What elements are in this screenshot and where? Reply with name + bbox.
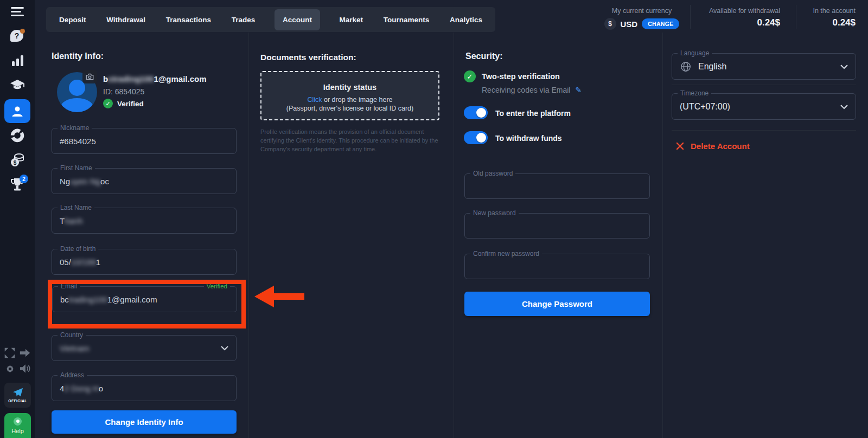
toggle-withdraw-funds[interactable] xyxy=(464,131,488,144)
check-icon: ✓ xyxy=(103,99,113,108)
documents-section-title: Documents verification: xyxy=(260,53,356,62)
official-telegram-link[interactable]: OFFICIAL xyxy=(4,383,31,408)
verification-note: Profile verification means the provision… xyxy=(260,128,441,154)
dropzone-instructions: Click or drop the image here xyxy=(261,96,438,104)
security-section-title: Security: xyxy=(465,51,502,61)
identity-section-title: Identity Info: xyxy=(52,51,104,61)
withdrawal-balance-block: Available for withdrawal 0.24$ xyxy=(703,7,780,28)
two-step-check-icon: ✓ xyxy=(464,70,476,82)
tournament-trophy-icon[interactable]: 2 xyxy=(0,178,35,191)
tab-market[interactable]: Market xyxy=(339,9,365,30)
header-divider-2 xyxy=(796,5,796,29)
svg-text:$: $ xyxy=(14,160,17,166)
last-name-field[interactable]: Last Name Thanh xyxy=(52,208,237,234)
camera-icon[interactable] xyxy=(82,70,97,83)
dropzone-accepted-docs: (Passport, driver's license or local ID … xyxy=(261,105,438,112)
education-cap-icon[interactable] xyxy=(0,79,35,92)
email-verified-badge: Verified xyxy=(204,283,230,289)
sidebar-item-profile[interactable] xyxy=(4,99,30,123)
timezone-select[interactable]: Timezone (UTC+07:00) xyxy=(672,93,856,120)
hamburger-menu-icon[interactable] xyxy=(0,7,35,16)
sidebar: ? $ 2 xyxy=(0,0,35,438)
support-chat-icon[interactable]: ? xyxy=(0,30,35,43)
language-select[interactable]: Language English xyxy=(672,53,856,80)
tab-deposit[interactable]: Deposit xyxy=(58,9,87,30)
confirm-new-password-input[interactable]: Confirm new password xyxy=(464,254,650,279)
toggle-withdraw-funds-label: To withdraw funds xyxy=(495,134,562,143)
cashback-donut-icon[interactable] xyxy=(0,128,35,143)
country-select[interactable]: Country Vietnam xyxy=(52,335,237,361)
help-label: Help xyxy=(11,428,24,434)
chevron-down-icon xyxy=(840,65,848,69)
date-of-birth-field[interactable]: Date of birth 05/10/1991 xyxy=(52,249,237,275)
help-button[interactable]: Help xyxy=(4,413,31,438)
old-password-input[interactable]: Old password xyxy=(464,173,650,199)
account-balance-value: 0.24$ xyxy=(802,17,856,28)
tab-account[interactable]: Account xyxy=(275,9,320,30)
account-settings-page: ? $ 2 xyxy=(0,0,868,438)
user-email-header: bctrading1001@gmail.com xyxy=(103,74,207,83)
change-password-button[interactable]: Change Password xyxy=(464,292,650,316)
change-identity-info-button[interactable]: Change Identity Info xyxy=(52,410,237,434)
x-close-icon xyxy=(676,142,684,150)
chevron-down-icon xyxy=(840,105,848,110)
two-step-label: Two-step verification xyxy=(482,72,560,81)
row-divider-2 xyxy=(672,130,856,131)
tab-transactions[interactable]: Transactions xyxy=(165,9,212,30)
coins-icon[interactable]: $ xyxy=(0,152,35,168)
bar-chart-icon[interactable] xyxy=(0,55,35,66)
notification-dot xyxy=(20,29,25,34)
toggle-enter-platform-label: To enter the platform xyxy=(495,109,571,118)
globe-icon xyxy=(680,61,692,73)
tab-analytics[interactable]: Analytics xyxy=(449,9,483,30)
account-balance-label: In the account xyxy=(802,7,856,15)
email-field[interactable]: Email Verified bctrading1001@gmail.com xyxy=(52,286,237,312)
first-name-field[interactable]: First Name Nguyen Ngoc xyxy=(52,168,237,194)
verified-status: ✓ Verified xyxy=(103,99,144,108)
click-upload-link[interactable]: Click xyxy=(307,96,322,104)
column-divider-2 xyxy=(454,33,454,438)
highlight-red-arrow xyxy=(253,282,304,313)
new-password-input[interactable]: New password xyxy=(464,213,650,239)
address-field[interactable]: Address 42 Dong Ho xyxy=(52,375,237,401)
receiving-codes-label: Receiving codes via Email xyxy=(482,86,570,94)
currency-block: My current currency $ USD CHANGE xyxy=(601,7,682,30)
arrow-right-icon[interactable] xyxy=(8,347,42,359)
sound-speaker-icon[interactable] xyxy=(8,363,42,374)
withdrawal-label: Available for withdrawal xyxy=(703,7,780,15)
dropzone-title: Identity status xyxy=(261,83,438,92)
change-currency-button[interactable]: CHANGE xyxy=(642,18,679,29)
user-id: ID: 6854025 xyxy=(103,87,144,96)
edit-pencil-icon[interactable]: ✎ xyxy=(575,86,582,94)
account-balance-block: In the account 0.24$ xyxy=(802,7,856,28)
currency-label: My current currency xyxy=(601,7,682,15)
toggle-enter-platform[interactable] xyxy=(464,106,488,119)
withdrawal-value: 0.24$ xyxy=(703,17,780,28)
dollar-icon: $ xyxy=(604,18,616,30)
top-tab-bar: Deposit Withdrawal Transactions Trades A… xyxy=(46,7,495,32)
delete-account-button[interactable]: Delete Account xyxy=(676,141,750,151)
profile-person-icon xyxy=(10,105,24,118)
official-label: OFFICIAL xyxy=(8,399,27,403)
identity-document-dropzone[interactable]: Identity status Click or drop the image … xyxy=(260,71,439,120)
column-divider-3 xyxy=(662,33,663,438)
currency-code: USD xyxy=(621,20,638,29)
telegram-plane-icon xyxy=(12,388,23,397)
tab-withdrawal[interactable]: Withdrawal xyxy=(105,9,146,30)
column-divider-1 xyxy=(248,33,249,438)
tab-tournaments[interactable]: Tournaments xyxy=(382,9,431,30)
nickname-field[interactable]: Nickname #6854025 xyxy=(52,128,237,154)
row-divider xyxy=(672,85,856,85)
header-divider xyxy=(690,5,691,29)
tab-trades[interactable]: Trades xyxy=(231,9,257,30)
tournament-badge: 2 xyxy=(20,175,28,183)
help-status-icon xyxy=(14,417,22,426)
chevron-down-icon xyxy=(221,346,228,351)
